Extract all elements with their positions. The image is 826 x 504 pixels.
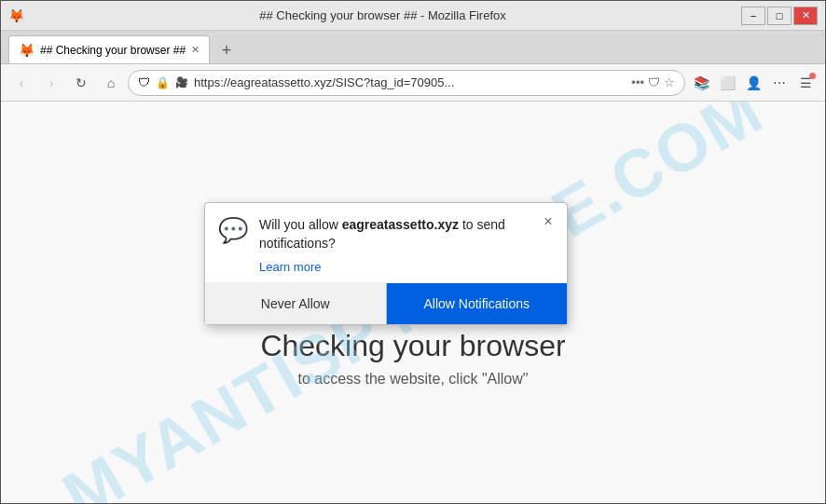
popup-body: Will you allow eagreatassetto.xyz to sen… [259, 216, 554, 275]
popup-question: Will you allow eagreatassetto.xyz to sen… [259, 216, 554, 252]
nav-bar: ‹ › ↻ ⌂ 🛡 🔒 🎥 https://eagreatassetto.xyz… [1, 64, 825, 102]
window-controls: − □ ✕ [741, 7, 818, 25]
forward-button[interactable]: › [38, 70, 64, 96]
window-title: ## Checking your browser ## - Mozilla Fi… [32, 8, 734, 22]
library-icon[interactable]: 📚 [689, 71, 713, 95]
lock-icon: 🔒 [156, 76, 170, 89]
shield-icon: 🛡 [138, 75, 150, 89]
tab-bar: 🦊 ## Checking your browser ## ✕ + [1, 31, 825, 64]
never-allow-button[interactable]: Never Allow [205, 283, 387, 324]
bookmark-star-icon[interactable]: ☆ [664, 75, 675, 89]
url-text: https://eagreatassetto.xyz/SISC?tag_id=7… [194, 75, 626, 89]
new-tab-button[interactable]: + [213, 37, 240, 63]
shield2-icon[interactable]: 🛡 [648, 75, 660, 89]
back-button[interactable]: ‹ [8, 70, 34, 96]
notification-popup: 💬 Will you allow eagreatassetto.xyz to s… [204, 202, 568, 325]
hamburger-menu-icon[interactable]: ☰ [793, 71, 818, 95]
home-button[interactable]: ⌂ [98, 70, 124, 96]
title-bar: 🦊 ## Checking your browser ## - Mozilla … [1, 1, 825, 31]
close-button[interactable]: ✕ [793, 7, 818, 25]
reload-button[interactable]: ↻ [68, 70, 94, 96]
browser-window: 🦊 ## Checking your browser ## - Mozilla … [0, 0, 826, 504]
popup-close-button[interactable]: × [539, 212, 558, 231]
menu-badge: ☰ [793, 71, 818, 95]
more-icon[interactable]: ••• [631, 75, 644, 89]
ev-icon: 🎥 [175, 76, 188, 89]
page-content: MYANTISPYWARE.COM 💬 Will you allow eagre… [1, 102, 825, 503]
popup-header: 💬 Will you allow eagreatassetto.xyz to s… [205, 203, 567, 283]
allow-notifications-button[interactable]: Allow Notifications [387, 283, 568, 324]
toolbar-icons: 📚 ⬜ 👤 ⋯ ☰ [689, 71, 818, 95]
popup-chat-icon: 💬 [218, 216, 248, 245]
container-icon[interactable]: 👤 [741, 71, 765, 95]
tab-close-icon[interactable]: ✕ [191, 44, 200, 56]
learn-more-link[interactable]: Learn more [259, 260, 321, 274]
popup-domain: eagreatassetto.xyz [342, 217, 459, 232]
maximize-button[interactable]: □ [767, 7, 792, 25]
firefox-favicon: 🦊 [8, 8, 24, 23]
address-bar[interactable]: 🛡 🔒 🎥 https://eagreatassetto.xyz/SISC?ta… [128, 70, 685, 96]
address-icons: ••• 🛡 ☆ [631, 75, 675, 89]
popup-buttons: Never Allow Allow Notifications [205, 283, 567, 324]
extensions-icon[interactable]: ⋯ [767, 71, 792, 95]
minimize-button[interactable]: − [741, 7, 765, 25]
active-tab[interactable]: 🦊 ## Checking your browser ## ✕ [8, 35, 210, 63]
tab-favicon: 🦊 [19, 43, 34, 58]
tab-label: ## Checking your browser ## [40, 44, 186, 57]
synced-tabs-icon[interactable]: ⬜ [715, 71, 739, 95]
